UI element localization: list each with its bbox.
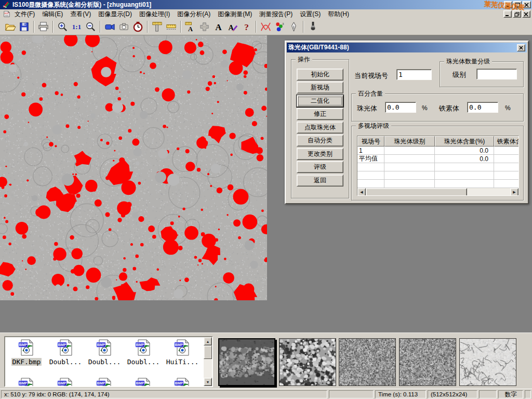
- resolution-status: (512x512x24): [428, 390, 477, 398]
- bottom-panel: DKF.bmp Doubl... Doubl... Doubl... HuiTi…: [0, 332, 532, 389]
- file-item[interactable]: [85, 378, 124, 387]
- auto-classify-button[interactable]: 自动分类: [297, 135, 343, 147]
- scroll-up-icon[interactable]: ▲: [204, 337, 212, 345]
- percent-group-label: 百分含量: [356, 90, 385, 97]
- col-pearlite-content[interactable]: 珠光体含量(%): [435, 136, 494, 147]
- status-empty-panel: [525, 390, 531, 398]
- ruler-button[interactable]: [164, 20, 178, 34]
- table-row[interactable]: [357, 163, 519, 171]
- classify-button[interactable]: 3: [273, 20, 287, 34]
- file-item[interactable]: [7, 378, 46, 387]
- table-row[interactable]: 平均值 0.0: [357, 155, 519, 163]
- dialog-close-icon[interactable]: [517, 44, 525, 51]
- new-field-button[interactable]: 新视场: [297, 82, 343, 94]
- pearlite-percent-input[interactable]: [385, 102, 416, 113]
- zoom-in-button[interactable]: [56, 20, 70, 34]
- edit-text-button[interactable]: A: [225, 20, 240, 34]
- merge-button[interactable]: [197, 20, 211, 34]
- timer-button[interactable]: [131, 20, 145, 34]
- file-item[interactable]: [163, 378, 202, 387]
- current-field-input[interactable]: [396, 69, 432, 80]
- print-button[interactable]: [36, 20, 50, 34]
- zoom-out-button[interactable]: [84, 20, 98, 34]
- help-icon: ?: [241, 21, 252, 33]
- help-button[interactable]: ?: [240, 20, 254, 34]
- file-name: Doubl...: [126, 358, 161, 366]
- file-item[interactable]: DKF.bmp: [7, 339, 46, 366]
- save-button[interactable]: [17, 20, 31, 34]
- table-row[interactable]: [357, 180, 519, 188]
- curve-button[interactable]: [259, 20, 273, 34]
- grade-button[interactable]: 评级: [297, 161, 343, 173]
- menu-view[interactable]: 查看(V): [66, 9, 95, 19]
- metallographic-image[interactable]: [0, 35, 267, 300]
- pen-button[interactable]: [287, 20, 301, 34]
- binarize-button[interactable]: 二值化: [297, 95, 343, 107]
- menu-measure-report[interactable]: 测量报告(P): [256, 9, 296, 19]
- file-item[interactable]: Doubl...: [85, 339, 124, 366]
- file-item[interactable]: [124, 378, 163, 387]
- scrollbar-thumb[interactable]: [204, 345, 212, 359]
- col-pearlite-level[interactable]: 珠光体级别: [384, 136, 435, 147]
- thumbnail-3[interactable]: [339, 338, 396, 386]
- menu-image-display[interactable]: 图像显示(D): [95, 9, 136, 19]
- pen-icon: [288, 21, 300, 33]
- svg-text:?: ?: [244, 22, 249, 32]
- text-button[interactable]: A: [211, 20, 225, 34]
- pick-pearlite-button[interactable]: 点取珠光体: [297, 122, 343, 134]
- measure-text-button[interactable]: A: [183, 20, 197, 34]
- menu-settings[interactable]: 设置(S): [296, 9, 324, 19]
- open-folder-icon: [4, 21, 16, 33]
- menu-image-analysis[interactable]: 图像分析(A): [174, 9, 214, 19]
- thumbnail-2[interactable]: [279, 338, 336, 386]
- bmp-file-icon: [57, 378, 74, 387]
- file-item[interactable]: [46, 378, 85, 387]
- ferrite-percent-input[interactable]: [467, 102, 498, 113]
- svg-text:A: A: [188, 25, 193, 33]
- zoom-out-icon: [85, 21, 97, 33]
- change-class-button[interactable]: 更改类别: [297, 148, 343, 160]
- thumbnail-1[interactable]: [218, 338, 275, 386]
- file-item[interactable]: Doubl...: [46, 339, 85, 366]
- status-empty-panel: [329, 390, 374, 398]
- col-field-no[interactable]: 视场号: [357, 136, 384, 147]
- file-item[interactable]: Doubl...: [124, 339, 163, 366]
- thumbnail-5[interactable]: [459, 338, 516, 386]
- scrollbar-thumb[interactable]: [366, 188, 467, 196]
- file-browser-scrollbar[interactable]: ▲ ▼: [204, 337, 212, 386]
- col-ferrite-content[interactable]: 铁素体含量(%): [494, 136, 519, 147]
- menu-file[interactable]: 文件(F): [11, 9, 38, 19]
- status-bar: x: 510 y: 79 idx: 0 RGB: (174, 174, 174)…: [0, 389, 532, 399]
- open-button[interactable]: [3, 20, 17, 34]
- menu-help[interactable]: 帮助(H): [324, 9, 353, 19]
- text-icon: A: [212, 21, 224, 33]
- child-minimize-button[interactable]: [503, 10, 512, 18]
- correct-button[interactable]: 修正: [297, 108, 343, 120]
- level-input[interactable]: [476, 69, 517, 79]
- time-status: Time (s): 0.113: [375, 390, 426, 398]
- init-button[interactable]: 初始化: [297, 69, 343, 81]
- pearlite-percent-sign: %: [422, 104, 428, 112]
- table-row[interactable]: [357, 171, 519, 180]
- menu-edit[interactable]: 编辑(E): [38, 9, 66, 19]
- thumbnail-4[interactable]: [399, 338, 456, 386]
- cell: 平均值: [357, 155, 384, 163]
- table-row[interactable]: 1 0.0: [357, 147, 519, 155]
- svg-text:DOC: DOC: [5, 12, 9, 15]
- table-horizontal-scrollbar[interactable]: ◀ ▶: [357, 188, 518, 196]
- scroll-right-icon[interactable]: ▶: [510, 188, 518, 196]
- video-camera-button[interactable]: [103, 20, 117, 34]
- menu-image-measure[interactable]: 图像测量(M): [214, 9, 256, 19]
- actual-size-button[interactable]: 1:1: [70, 20, 84, 34]
- return-button[interactable]: 返回: [297, 175, 343, 187]
- brush-button[interactable]: [306, 20, 320, 34]
- multi-field-group-label: 多视场评级: [356, 122, 391, 129]
- scroll-down-icon[interactable]: ▼: [204, 378, 212, 386]
- file-item[interactable]: HuiTi...: [163, 339, 202, 366]
- menu-image-processing[interactable]: 图像处理(I): [136, 9, 174, 19]
- scroll-left-icon[interactable]: ◀: [357, 188, 366, 196]
- capture-button[interactable]: [117, 20, 131, 34]
- zoom-in-icon: [57, 21, 69, 33]
- scrollbar-track[interactable]: [467, 188, 510, 196]
- caliper-button[interactable]: [150, 20, 164, 34]
